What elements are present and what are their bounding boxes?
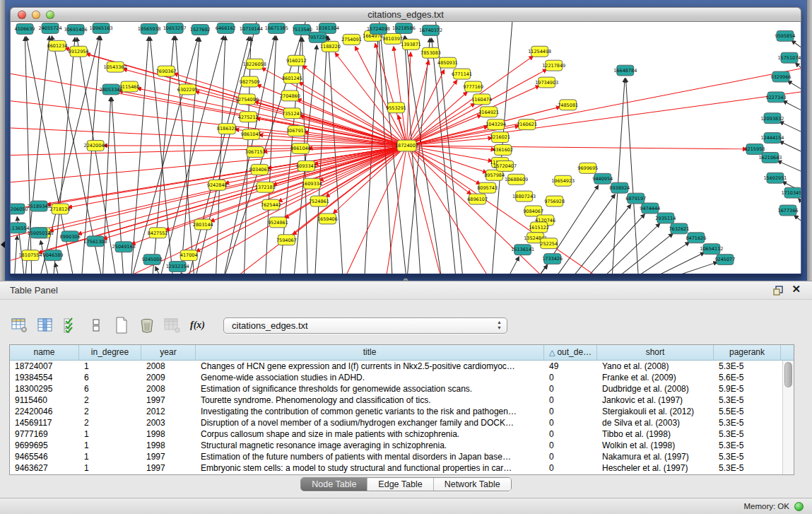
graph-node[interactable]: 12754090 — [235, 94, 259, 105]
graph-node[interactable]: 1615122 — [529, 222, 549, 233]
close-panel-icon[interactable]: ✕ — [792, 283, 801, 296]
graph-node[interactable]: 7853083 — [420, 47, 441, 58]
tab-edge-table[interactable]: Edge Table — [367, 478, 433, 491]
graph-node[interactable]: 9046389 — [43, 250, 64, 261]
table-cell[interactable]: 5.3E-5 — [714, 361, 781, 372]
table-cell[interactable]: 5.3E-5 — [714, 395, 781, 406]
select-rows-icon[interactable] — [61, 316, 80, 334]
table-row[interactable]: 1456911722003Disruption of a novel membe… — [10, 417, 782, 428]
table-row[interactable]: 969969511998Structural magnetic resonanc… — [10, 440, 782, 451]
graph-node[interactable]: 9524861 — [268, 217, 288, 228]
table-row[interactable]: 1830029562008Estimation of significance … — [10, 383, 782, 395]
table-row[interactable]: 977716911998Corpus callosum shape and si… — [10, 428, 782, 440]
graph-node[interactable]: 9777169 — [463, 81, 483, 92]
column-header-pagerank[interactable]: pagerank — [714, 345, 781, 361]
column-header-title[interactable]: title — [196, 345, 544, 361]
graph-node[interactable]: 10688609 — [505, 174, 528, 185]
graph-node[interactable]: 4850931 — [437, 57, 458, 68]
select-columns-icon[interactable] — [35, 316, 54, 334]
graph-node[interactable]: 9160212 — [286, 55, 307, 66]
column-header-short[interactable]: short — [597, 345, 714, 361]
table-cell[interactable]: 5.3E-5 — [714, 462, 781, 474]
graph-node[interactable]: 9329966 — [771, 71, 792, 82]
graph-node[interactable]: 2718126 — [50, 204, 71, 214]
graph-node[interactable]: 9827509 — [240, 76, 260, 87]
table-cell[interactable]: 19384554 — [10, 372, 79, 383]
table-cell[interactable]: 5.3E-5 — [714, 451, 781, 462]
graph-node[interactable]: 1659406 — [317, 214, 338, 224]
table-cell[interactable]: 1 — [79, 440, 141, 451]
graph-node[interactable]: 252254 — [540, 238, 558, 249]
table-cell[interactable]: 14569117 — [10, 417, 79, 428]
graph-node[interactable]: 9595854 — [775, 30, 796, 41]
graph-node[interactable]: 9553291 — [386, 103, 406, 113]
graph-node[interactable]: 12932354 — [166, 262, 189, 272]
graph-node[interactable]: 9756928 — [544, 196, 565, 206]
graph-node[interactable]: 10543362 — [104, 62, 127, 72]
graph-node[interactable]: 17561308 — [84, 236, 107, 247]
graph-node[interactable]: 8034067 — [249, 164, 270, 175]
graph-node[interactable]: 2704860 — [280, 90, 300, 101]
graph-node[interactable]: 2803144 — [193, 219, 213, 230]
table-cell[interactable]: 0 — [544, 383, 597, 395]
graph-node[interactable]: 15720407 — [493, 160, 517, 171]
table-cell[interactable]: 5.5E-5 — [714, 406, 781, 417]
graph-node[interactable]: 12444154 — [760, 133, 784, 144]
table-cell[interactable]: 1 — [79, 451, 141, 462]
table-row[interactable]: 2242004622012Investigating the contribut… — [10, 406, 782, 417]
graph-node[interactable]: 10653257 — [163, 23, 187, 33]
graph-node[interactable]: 1733426 — [542, 254, 563, 264]
graph-node[interactable]: 30691406 — [64, 24, 88, 35]
graph-node[interactable]: 7957224 — [307, 32, 328, 42]
table-cell[interactable]: 6 — [79, 383, 141, 395]
graph-node[interactable]: 3164921 — [478, 107, 499, 117]
table-cell[interactable]: 6 — [79, 372, 141, 383]
graph-node[interactable]: 7485081 — [558, 100, 578, 110]
tab-node-table[interactable]: Node Table — [301, 478, 367, 491]
graph-node[interactable]: 2160621 — [517, 119, 537, 130]
graph-node[interactable]: 8990306 — [60, 231, 81, 242]
graph-node[interactable]: 9227343 — [766, 92, 787, 103]
column-header-name[interactable]: name — [10, 345, 79, 361]
delete-table-icon[interactable] — [137, 316, 156, 334]
graph-node[interactable]: 17103454 — [781, 187, 801, 198]
graph-node[interactable]: 9699695 — [577, 163, 598, 173]
table-selector-dropdown[interactable]: citations_edges.txt ▲▼ — [223, 317, 507, 334]
graph-node[interactable]: 8471626 — [686, 233, 706, 243]
table-cell[interactable]: 0 — [544, 417, 597, 428]
graph-node[interactable]: 16648784 — [613, 65, 637, 76]
graph-node[interactable]: 15136141 — [511, 245, 534, 255]
table-cell[interactable]: 9115460 — [10, 395, 79, 406]
table-cell[interactable]: Genome-wide association studies in ADHD. — [196, 372, 544, 383]
table-cell[interactable]: 5.3E-5 — [714, 428, 781, 440]
graph-node[interactable]: 19654923 — [551, 175, 575, 186]
table-cell[interactable]: 18300295 — [10, 383, 79, 395]
graph-node[interactable]: 3216021 — [490, 132, 510, 143]
table-cell[interactable]: 1997 — [141, 451, 196, 462]
graph-node[interactable]: 6896107 — [467, 194, 488, 204]
network-window-titlebar[interactable]: citations_edges.txt — [10, 7, 801, 22]
table-cell[interactable]: 0 — [544, 462, 597, 474]
graph-node[interactable]: 7351243 — [282, 108, 302, 119]
graph-node[interactable]: 8215958 — [744, 144, 765, 155]
graph-node[interactable]: 10654112 — [700, 244, 723, 255]
memory-status-indicator[interactable] — [794, 502, 804, 511]
table-cell[interactable]: 1998 — [141, 428, 196, 440]
graph-node[interactable]: 3067913 — [286, 126, 307, 136]
table-cell[interactable]: Investigating the contribution of common… — [196, 406, 544, 417]
table-cell[interactable]: 9777169 — [10, 428, 79, 440]
graph-node[interactable]: 3067151 — [245, 147, 266, 158]
table-cell[interactable]: Estimation of significance thresholds fo… — [196, 383, 544, 395]
table-cell[interactable]: 2003 — [141, 417, 196, 428]
graph-node[interactable]: 1043294 — [486, 119, 506, 130]
table-cell[interactable]: Structural magnetic resonance image aver… — [196, 440, 544, 451]
table-cell[interactable]: 0 — [544, 428, 597, 440]
graph-node[interactable]: 9861046 — [290, 144, 311, 154]
table-cell[interactable]: 9463627 — [10, 462, 79, 474]
table-cell[interactable]: Changes of HCN gene expression and I(f) … — [196, 361, 544, 372]
table-cell[interactable]: Yano et al. (2008) — [597, 361, 714, 372]
graph-node[interactable]: 8427552 — [148, 228, 168, 238]
table-scrollbar[interactable] — [782, 361, 794, 474]
graph-node[interactable]: 15692951 — [763, 173, 787, 183]
graph-node[interactable]: 16740372 — [419, 25, 442, 35]
